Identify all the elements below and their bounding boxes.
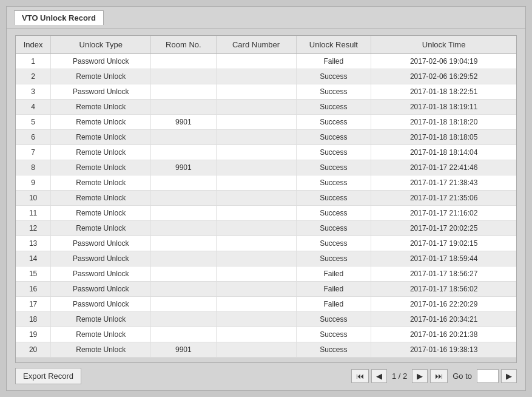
cell-index: 4 — [16, 100, 51, 115]
cell-card — [216, 297, 296, 312]
table-row: 19Remote UnlockSuccess2017-01-16 20:21:3… — [16, 327, 516, 342]
cell-result: Success — [296, 206, 371, 221]
footer: Export Record ⏮ ◀ 1 / 2 ▶ ⏭ Go to ▶ — [15, 363, 517, 384]
cell-time: 2017-01-17 22:41:46 — [371, 160, 516, 175]
cell-card — [216, 160, 296, 175]
cell-time: 2017-01-18 18:22:51 — [371, 84, 516, 100]
cell-index: 14 — [16, 251, 51, 266]
cell-time: 2017-01-17 21:16:02 — [371, 206, 516, 221]
cell-result: Success — [296, 312, 371, 327]
goto-input[interactable] — [477, 369, 499, 383]
window-title: VTO Unlock Record — [14, 10, 104, 25]
cell-result: Success — [296, 100, 371, 115]
prev-page-button[interactable]: ◀ — [371, 369, 387, 383]
cell-time: 2017-01-17 18:56:02 — [371, 282, 516, 297]
cell-room — [151, 145, 216, 160]
cell-time: 2017-01-18 18:18:20 — [371, 115, 516, 130]
table-row: 17Password UnlockFailed2017-01-16 22:20:… — [16, 297, 516, 312]
cell-time: 2017-01-18 18:18:05 — [371, 130, 516, 145]
cell-index: 16 — [16, 282, 51, 297]
table-row: 2Remote UnlockSuccess2017-02-06 16:29:52 — [16, 69, 516, 84]
cell-index: 8 — [16, 160, 51, 175]
cell-result: Success — [296, 145, 371, 160]
table-row: 1Password UnlockFailed2017-02-06 19:04:1… — [16, 54, 516, 69]
cell-result: Failed — [296, 54, 371, 69]
cell-index: 2 — [16, 69, 51, 84]
cell-type: Remote Unlock — [51, 191, 151, 206]
table-row: 5Remote Unlock9901Success2017-01-18 18:1… — [16, 115, 516, 130]
cell-index: 20 — [16, 342, 51, 358]
cell-card — [216, 130, 296, 145]
cell-time: 2017-01-16 19:38:13 — [371, 342, 516, 358]
cell-result: Success — [296, 115, 371, 130]
table-row: 8Remote Unlock9901Success2017-01-17 22:4… — [16, 160, 516, 175]
title-bar: VTO Unlock Record — [7, 7, 525, 29]
cell-type: Password Unlock — [51, 266, 151, 282]
table-row: 16Password UnlockFailed2017-01-17 18:56:… — [16, 282, 516, 297]
cell-room — [151, 69, 216, 84]
cell-card — [216, 54, 296, 69]
table-row: 12Remote UnlockSuccess2017-01-17 20:02:2… — [16, 221, 516, 236]
export-record-button[interactable]: Export Record — [15, 368, 81, 384]
cell-room — [151, 130, 216, 145]
table-row: 11Remote UnlockSuccess2017-01-17 21:16:0… — [16, 206, 516, 221]
cell-card — [216, 251, 296, 266]
cell-type: Remote Unlock — [51, 145, 151, 160]
cell-room — [151, 266, 216, 282]
cell-time: 2017-01-16 20:21:38 — [371, 327, 516, 342]
cell-room — [151, 251, 216, 266]
cell-room — [151, 327, 216, 342]
table-row: 13Password UnlockSuccess2017-01-17 19:02… — [16, 236, 516, 251]
cell-type: Remote Unlock — [51, 327, 151, 342]
unlock-record-table: Index Unlock Type Room No. Card Number U… — [16, 36, 516, 358]
last-page-button[interactable]: ⏭ — [430, 369, 448, 383]
cell-result: Success — [296, 342, 371, 358]
cell-time: 2017-01-17 19:02:15 — [371, 236, 516, 251]
goto-button[interactable]: ▶ — [501, 369, 517, 383]
cell-type: Password Unlock — [51, 84, 151, 100]
table-row: 3Password UnlockSuccess2017-01-18 18:22:… — [16, 84, 516, 100]
page-info: 1 / 2 — [392, 372, 407, 381]
goto-label: Go to — [453, 372, 472, 381]
cell-result: Success — [296, 327, 371, 342]
cell-time: 2017-01-16 22:20:29 — [371, 297, 516, 312]
cell-room — [151, 297, 216, 312]
first-page-button[interactable]: ⏮ — [351, 369, 369, 383]
cell-room — [151, 100, 216, 115]
main-window: VTO Unlock Record Index Unlock Type Room… — [6, 6, 526, 391]
cell-index: 12 — [16, 221, 51, 236]
cell-type: Remote Unlock — [51, 160, 151, 175]
col-header-index: Index — [16, 36, 51, 54]
cell-index: 11 — [16, 206, 51, 221]
cell-result: Success — [296, 191, 371, 206]
table-container: Index Unlock Type Room No. Card Number U… — [15, 35, 517, 363]
cell-time: 2017-01-17 21:35:06 — [371, 191, 516, 206]
cell-room: 9901 — [151, 115, 216, 130]
col-header-type: Unlock Type — [51, 36, 151, 54]
cell-result: Failed — [296, 266, 371, 282]
cell-type: Password Unlock — [51, 251, 151, 266]
col-header-time: Unlock Time — [371, 36, 516, 54]
cell-type: Remote Unlock — [51, 130, 151, 145]
cell-time: 2017-02-06 19:04:19 — [371, 54, 516, 69]
table-row: 20Remote Unlock9901Success2017-01-16 19:… — [16, 342, 516, 358]
cell-room — [151, 282, 216, 297]
cell-time: 2017-01-17 21:38:43 — [371, 175, 516, 191]
pagination: ⏮ ◀ 1 / 2 ▶ ⏭ Go to ▶ — [351, 369, 517, 383]
cell-room — [151, 206, 216, 221]
table-row: 9Remote UnlockSuccess2017-01-17 21:38:43 — [16, 175, 516, 191]
cell-type: Remote Unlock — [51, 206, 151, 221]
table-row: 18Remote UnlockSuccess2017-01-16 20:34:2… — [16, 312, 516, 327]
cell-type: Password Unlock — [51, 236, 151, 251]
table-row: 15Password UnlockFailed2017-01-17 18:56:… — [16, 266, 516, 282]
next-page-button[interactable]: ▶ — [412, 369, 428, 383]
cell-result: Success — [296, 251, 371, 266]
cell-room — [151, 312, 216, 327]
cell-time: 2017-02-06 16:29:52 — [371, 69, 516, 84]
cell-type: Remote Unlock — [51, 342, 151, 358]
cell-card — [216, 312, 296, 327]
cell-card — [216, 191, 296, 206]
cell-index: 9 — [16, 175, 51, 191]
cell-time: 2017-01-18 18:14:04 — [371, 145, 516, 160]
table-row: 10Remote UnlockSuccess2017-01-17 21:35:0… — [16, 191, 516, 206]
